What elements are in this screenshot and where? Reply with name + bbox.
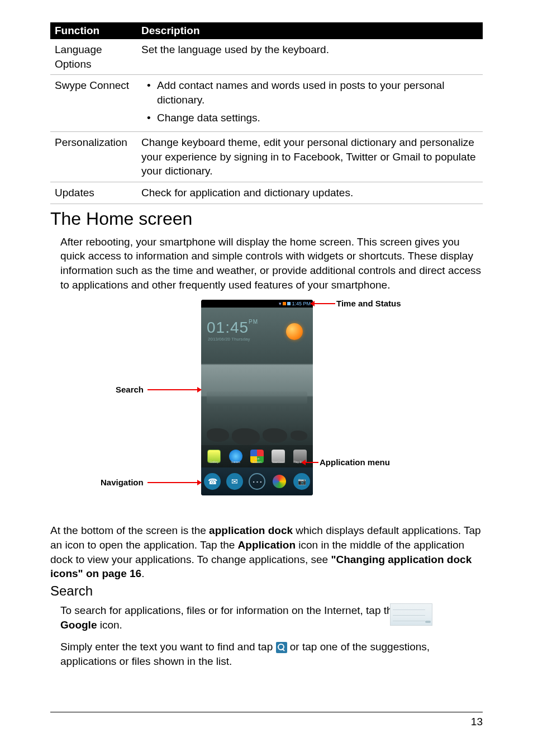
google-search-thumbnail [390, 603, 432, 626]
cell-func: Personalization [50, 132, 137, 182]
table-row: Swype Connect Add contact names and word… [50, 75, 483, 132]
arrow-icon [311, 303, 335, 304]
page-footer: 13 [50, 712, 483, 728]
callout-time-status: Time and Status [336, 299, 401, 308]
intro-paragraph: After rebooting, your smartphone will di… [50, 235, 483, 292]
heading-search: Search [50, 583, 483, 599]
camera-icon [293, 473, 310, 490]
clock-widget: 01:45PM [207, 319, 258, 337]
th-function: Function [50, 22, 137, 39]
phone-status-bar: ▾ 1:45 PM [201, 300, 313, 308]
wifi-icon: ▾ [279, 301, 282, 306]
cell-desc: Check for application and dictionary upd… [137, 182, 483, 204]
application-dock [201, 467, 313, 495]
table-row: Personalization Change keyboard theme, e… [50, 132, 483, 182]
callout-search: Search [116, 385, 144, 394]
tap-paragraph: Simply enter the text you want to find a… [50, 640, 483, 668]
phone-wallpaper: 01:45PM 2013/06/20 Thursday Gallery Game… [201, 308, 313, 467]
messages-icon [226, 473, 243, 490]
arrow-icon [302, 462, 318, 463]
cell-desc: Add contact names and words used in post… [137, 75, 483, 132]
app-drawer-icon [249, 473, 265, 490]
table-row: Language Options Set the language used b… [50, 39, 483, 75]
th-description: Description [137, 22, 483, 39]
list-item: Change data settings. [147, 111, 478, 125]
arrow-icon [147, 389, 201, 390]
arrow-icon [147, 482, 201, 483]
cell-func: Language Options [50, 39, 137, 75]
cell-func: Updates [50, 182, 137, 204]
home-screen-diagram: ▾ 1:45 PM 01:45PM 2013/06/20 Thursday Ga… [50, 300, 483, 512]
callout-app-menu: Application menu [320, 457, 390, 467]
dock-paragraph: At the bottom of the screen is the appli… [50, 523, 483, 581]
magnifier-icon [276, 642, 287, 653]
cell-desc: Set the language used by the keyboard. [137, 39, 483, 75]
settings-table: Function Description Language Options Se… [50, 22, 483, 204]
search-widget [207, 391, 307, 404]
chrome-icon [271, 473, 288, 490]
weather-icon [286, 323, 303, 340]
table-row: Updates Check for application and dictio… [50, 182, 483, 204]
page-number: 13 [471, 716, 483, 727]
list-item: Add contact names and words used in post… [147, 78, 478, 107]
signal-icon [287, 302, 291, 305]
status-time: 1:45 PM [292, 301, 311, 306]
cell-desc: Change keyboard theme, edit your persona… [137, 132, 483, 182]
cell-func: Swype Connect [50, 75, 137, 132]
app-shortcut-row: Gallery Games Live Screen AcerCloud Play… [201, 445, 313, 467]
clock-date: 2013/06/20 Thursday [208, 337, 250, 342]
signal-icon [283, 302, 286, 305]
phone-icon [204, 473, 221, 490]
wallpaper-rocks [201, 417, 313, 445]
phone-mockup: ▾ 1:45 PM 01:45PM 2013/06/20 Thursday Ga… [201, 300, 313, 495]
heading-home-screen: The Home screen [50, 209, 483, 229]
callout-navigation: Navigation [101, 478, 144, 487]
